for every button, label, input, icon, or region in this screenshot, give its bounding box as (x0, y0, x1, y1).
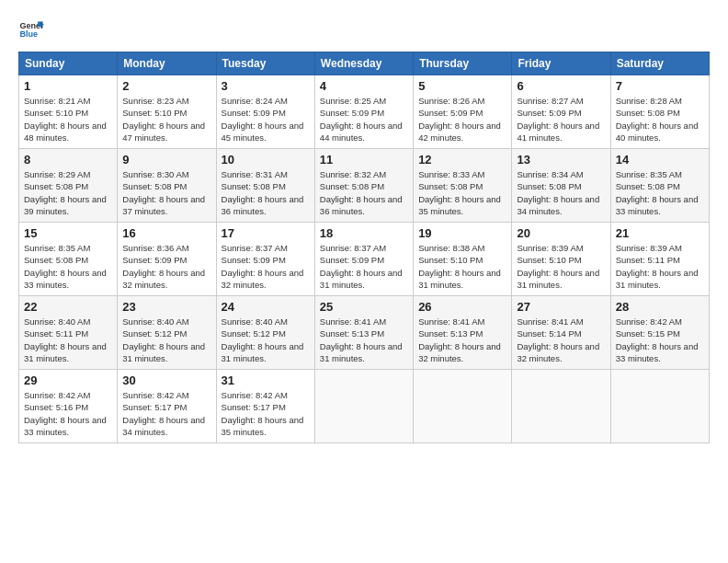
day-number: 19 (418, 226, 506, 240)
calendar-cell: 30Sunrise: 8:42 AM Sunset: 5:17 PM Dayli… (118, 370, 216, 443)
day-number: 22 (24, 300, 112, 314)
calendar-cell: 8Sunrise: 8:29 AM Sunset: 5:08 PM Daylig… (19, 149, 118, 223)
logo-icon: General Blue (18, 17, 44, 42)
calendar-cell: 12Sunrise: 8:33 AM Sunset: 5:08 PM Dayli… (414, 149, 512, 223)
day-number: 18 (320, 226, 408, 240)
day-info: Sunrise: 8:42 AM Sunset: 5:15 PM Dayligh… (616, 316, 704, 364)
calendar-cell: 29Sunrise: 8:42 AM Sunset: 5:16 PM Dayli… (19, 370, 118, 443)
calendar-table: SundayMondayTuesdayWednesdayThursdayFrid… (18, 52, 710, 443)
day-number: 31 (222, 373, 310, 387)
calendar-cell: 28Sunrise: 8:42 AM Sunset: 5:15 PM Dayli… (610, 296, 709, 370)
calendar-cell: 11Sunrise: 8:32 AM Sunset: 5:08 PM Dayli… (314, 149, 413, 223)
calendar-cell (512, 370, 610, 443)
day-number: 27 (517, 300, 605, 314)
day-info: Sunrise: 8:35 AM Sunset: 5:08 PM Dayligh… (24, 242, 112, 291)
day-number: 30 (122, 373, 210, 387)
day-info: Sunrise: 8:27 AM Sunset: 5:09 PM Dayligh… (517, 95, 605, 144)
day-info: Sunrise: 8:42 AM Sunset: 5:17 PM Dayligh… (122, 389, 210, 438)
day-number: 16 (122, 226, 210, 240)
day-info: Sunrise: 8:28 AM Sunset: 5:08 PM Dayligh… (616, 95, 704, 144)
day-of-week-header: Wednesday (314, 52, 413, 75)
day-info: Sunrise: 8:31 AM Sunset: 5:08 PM Dayligh… (222, 168, 310, 217)
day-number: 21 (616, 226, 704, 240)
calendar-cell: 3Sunrise: 8:24 AM Sunset: 5:09 PM Daylig… (216, 75, 314, 149)
day-number: 12 (418, 153, 506, 167)
day-info: Sunrise: 8:23 AM Sunset: 5:10 PM Dayligh… (122, 95, 210, 144)
day-info: Sunrise: 8:39 AM Sunset: 5:11 PM Dayligh… (616, 242, 704, 291)
calendar-cell: 1Sunrise: 8:21 AM Sunset: 5:10 PM Daylig… (19, 75, 118, 149)
day-number: 14 (616, 153, 704, 167)
day-info: Sunrise: 8:40 AM Sunset: 5:12 PM Dayligh… (122, 316, 210, 364)
page-header: General Blue (18, 17, 710, 42)
day-of-week-header: Monday (118, 52, 216, 75)
calendar-cell (414, 370, 512, 443)
day-number: 23 (122, 300, 210, 314)
day-info: Sunrise: 8:36 AM Sunset: 5:09 PM Dayligh… (122, 242, 210, 291)
day-info: Sunrise: 8:41 AM Sunset: 5:13 PM Dayligh… (320, 316, 408, 364)
day-of-week-header: Sunday (19, 52, 118, 75)
calendar-cell: 24Sunrise: 8:40 AM Sunset: 5:12 PM Dayli… (216, 296, 314, 370)
calendar-cell: 27Sunrise: 8:41 AM Sunset: 5:14 PM Dayli… (512, 296, 610, 370)
day-of-week-header: Friday (512, 52, 610, 75)
calendar-cell: 7Sunrise: 8:28 AM Sunset: 5:08 PM Daylig… (610, 75, 709, 149)
calendar-cell: 15Sunrise: 8:35 AM Sunset: 5:08 PM Dayli… (19, 223, 118, 296)
day-number: 4 (320, 79, 408, 93)
calendar-cell: 18Sunrise: 8:37 AM Sunset: 5:09 PM Dayli… (314, 223, 413, 296)
day-number: 6 (517, 79, 605, 93)
calendar-week-row: 1Sunrise: 8:21 AM Sunset: 5:10 PM Daylig… (19, 75, 710, 149)
day-info: Sunrise: 8:42 AM Sunset: 5:17 PM Dayligh… (222, 389, 310, 438)
day-info: Sunrise: 8:41 AM Sunset: 5:13 PM Dayligh… (418, 316, 506, 364)
calendar-week-row: 29Sunrise: 8:42 AM Sunset: 5:16 PM Dayli… (19, 370, 710, 443)
calendar-cell: 16Sunrise: 8:36 AM Sunset: 5:09 PM Dayli… (118, 223, 216, 296)
day-info: Sunrise: 8:21 AM Sunset: 5:10 PM Dayligh… (24, 95, 112, 144)
day-info: Sunrise: 8:35 AM Sunset: 5:08 PM Dayligh… (616, 168, 704, 217)
day-info: Sunrise: 8:40 AM Sunset: 5:12 PM Dayligh… (222, 316, 310, 364)
day-number: 7 (616, 79, 704, 93)
calendar-cell: 26Sunrise: 8:41 AM Sunset: 5:13 PM Dayli… (414, 296, 512, 370)
day-info: Sunrise: 8:25 AM Sunset: 5:09 PM Dayligh… (320, 95, 408, 144)
calendar-cell: 9Sunrise: 8:30 AM Sunset: 5:08 PM Daylig… (118, 149, 216, 223)
calendar-cell: 21Sunrise: 8:39 AM Sunset: 5:11 PM Dayli… (610, 223, 709, 296)
day-number: 9 (122, 153, 210, 167)
day-info: Sunrise: 8:41 AM Sunset: 5:14 PM Dayligh… (517, 316, 605, 364)
calendar-cell: 20Sunrise: 8:39 AM Sunset: 5:10 PM Dayli… (512, 223, 610, 296)
days-of-week-row: SundayMondayTuesdayWednesdayThursdayFrid… (19, 52, 710, 75)
day-info: Sunrise: 8:39 AM Sunset: 5:10 PM Dayligh… (517, 242, 605, 291)
day-info: Sunrise: 8:29 AM Sunset: 5:08 PM Dayligh… (24, 168, 112, 217)
calendar-cell (314, 370, 413, 443)
day-of-week-header: Thursday (414, 52, 512, 75)
day-number: 17 (222, 226, 310, 240)
calendar-body: 1Sunrise: 8:21 AM Sunset: 5:10 PM Daylig… (19, 75, 710, 443)
calendar-cell: 14Sunrise: 8:35 AM Sunset: 5:08 PM Dayli… (610, 149, 709, 223)
calendar-cell: 17Sunrise: 8:37 AM Sunset: 5:09 PM Dayli… (216, 223, 314, 296)
calendar-cell: 25Sunrise: 8:41 AM Sunset: 5:13 PM Dayli… (314, 296, 413, 370)
day-number: 10 (222, 153, 310, 167)
day-info: Sunrise: 8:33 AM Sunset: 5:08 PM Dayligh… (418, 168, 506, 217)
calendar-cell: 31Sunrise: 8:42 AM Sunset: 5:17 PM Dayli… (216, 370, 314, 443)
svg-text:Blue: Blue (19, 29, 38, 39)
day-number: 28 (616, 300, 704, 314)
day-info: Sunrise: 8:42 AM Sunset: 5:16 PM Dayligh… (24, 389, 112, 438)
day-info: Sunrise: 8:37 AM Sunset: 5:09 PM Dayligh… (222, 242, 310, 291)
calendar-week-row: 22Sunrise: 8:40 AM Sunset: 5:11 PM Dayli… (19, 296, 710, 370)
calendar-week-row: 15Sunrise: 8:35 AM Sunset: 5:08 PM Dayli… (19, 223, 710, 296)
calendar-cell (610, 370, 709, 443)
calendar-cell: 23Sunrise: 8:40 AM Sunset: 5:12 PM Dayli… (118, 296, 216, 370)
day-info: Sunrise: 8:24 AM Sunset: 5:09 PM Dayligh… (222, 95, 310, 144)
day-of-week-header: Tuesday (216, 52, 314, 75)
day-number: 24 (222, 300, 310, 314)
day-number: 15 (24, 226, 112, 240)
day-info: Sunrise: 8:30 AM Sunset: 5:08 PM Dayligh… (122, 168, 210, 217)
day-number: 3 (222, 79, 310, 93)
calendar-cell: 2Sunrise: 8:23 AM Sunset: 5:10 PM Daylig… (118, 75, 216, 149)
day-number: 25 (320, 300, 408, 314)
day-of-week-header: Saturday (610, 52, 709, 75)
calendar-cell: 4Sunrise: 8:25 AM Sunset: 5:09 PM Daylig… (314, 75, 413, 149)
calendar-cell: 13Sunrise: 8:34 AM Sunset: 5:08 PM Dayli… (512, 149, 610, 223)
calendar-cell: 10Sunrise: 8:31 AM Sunset: 5:08 PM Dayli… (216, 149, 314, 223)
calendar-week-row: 8Sunrise: 8:29 AM Sunset: 5:08 PM Daylig… (19, 149, 710, 223)
calendar-cell: 19Sunrise: 8:38 AM Sunset: 5:10 PM Dayli… (414, 223, 512, 296)
calendar-cell: 6Sunrise: 8:27 AM Sunset: 5:09 PM Daylig… (512, 75, 610, 149)
day-number: 5 (418, 79, 506, 93)
day-number: 13 (517, 153, 605, 167)
